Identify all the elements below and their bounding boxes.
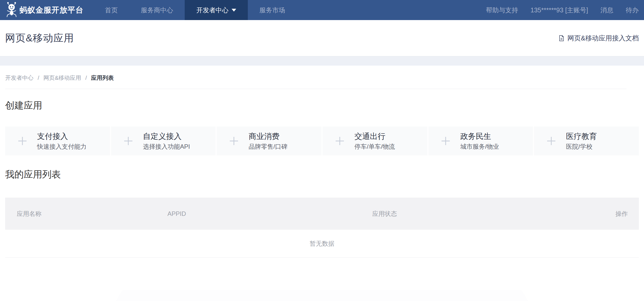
column-app-status: 应用状态 (372, 210, 615, 218)
create-card-subtitle: 快速接入支付能力 (37, 143, 87, 150)
brand[interactable]: 蚂蚁金服开放平台 (0, 0, 83, 20)
brand-title: 蚂蚁金服开放平台 (20, 5, 83, 15)
create-card-subtitle: 城市服务/物业 (460, 143, 499, 150)
create-card-civic[interactable]: 政务民生 城市服务/物业 (428, 127, 533, 155)
plus-icon (335, 137, 344, 145)
breadcrumb: 开发者中心 / 网页&移动应用 / 应用列表 (5, 66, 626, 89)
top-navbar: 蚂蚁金服开放平台 首页 服务商中心 开发者中心 服务市场 帮助与支持 135**… (0, 0, 644, 20)
breadcrumb-separator: / (38, 75, 39, 81)
page-title: 网页&移动应用 (5, 31, 74, 45)
nav-item-home[interactable]: 首页 (93, 0, 129, 20)
breadcrumb-current: 应用列表 (91, 75, 114, 81)
create-card-title: 自定义接入 (143, 132, 190, 141)
create-card-row: 支付接入 快速接入支付能力 自定义接入 选择接入功能API 商业消费 品牌零售/… (5, 127, 639, 155)
plus-icon (230, 137, 238, 145)
nav-item-isv-center[interactable]: 服务商中心 (129, 0, 185, 20)
caret-down-icon (232, 9, 236, 12)
table-empty-row: 暂无数据 (5, 230, 639, 258)
create-card-subtitle: 选择接入功能API (143, 143, 190, 150)
create-card-medical-edu[interactable]: 医疗教育 医院/学校 (534, 127, 639, 155)
create-card-payment[interactable]: 支付接入 快速接入支付能力 (5, 127, 110, 155)
create-card-title: 交通出行 (354, 132, 395, 141)
nav-messages-link[interactable]: 消息 (600, 6, 613, 14)
plus-icon (18, 137, 27, 145)
nav-account[interactable]: 135******93 [主账号] (530, 6, 588, 14)
column-actions: 操作 (615, 210, 628, 218)
create-app-section-title: 创建应用 (5, 99, 644, 112)
main-nav: 首页 服务商中心 开发者中心 服务市场 (93, 0, 297, 20)
plus-icon (441, 137, 450, 145)
create-card-custom[interactable]: 自定义接入 选择接入功能API (111, 127, 216, 155)
plus-icon (547, 137, 556, 145)
breadcrumb-separator: / (85, 75, 87, 81)
create-card-title: 医疗教育 (566, 132, 597, 141)
create-card-transport[interactable]: 交通出行 停车/单车/物流 (323, 127, 427, 155)
create-card-subtitle: 停车/单车/物流 (354, 143, 395, 150)
ant-logo-icon (6, 2, 17, 18)
create-card-subtitle: 医院/学校 (566, 143, 597, 150)
column-app-name: 应用名称 (17, 210, 167, 218)
create-card-title: 支付接入 (37, 132, 87, 141)
my-apps-section-title: 我的应用列表 (5, 168, 644, 181)
doc-link[interactable]: 网页&移动应用接入文档 (558, 34, 639, 43)
create-card-commerce[interactable]: 商业消费 品牌零售/口碑 (217, 127, 321, 155)
document-icon (558, 35, 565, 42)
app-table: 应用名称 APPID 应用状态 操作 暂无数据 (5, 198, 639, 258)
doc-link-label: 网页&移动应用接入文档 (567, 34, 639, 43)
nav-todo-link[interactable]: 待办 (626, 6, 639, 14)
nav-item-developer-center-label: 开发者中心 (196, 6, 228, 14)
column-appid: APPID (167, 210, 372, 217)
create-card-subtitle: 品牌零售/口碑 (249, 143, 287, 150)
main-content: 开发者中心 / 网页&移动应用 / 应用列表 创建应用 支付接入 快速接入支付能… (0, 66, 644, 258)
create-card-title: 政务民生 (460, 132, 499, 141)
plus-icon (124, 137, 133, 145)
nav-item-marketplace[interactable]: 服务市场 (248, 0, 297, 20)
navbar-right: 帮助与支持 135******93 [主账号] 消息 待办 (486, 0, 644, 20)
page-header: 网页&移动应用 网页&移动应用接入文档 (0, 20, 644, 56)
bottom-panel-edge (116, 290, 528, 301)
nav-help-link[interactable]: 帮助与支持 (486, 6, 518, 14)
breadcrumb-developer-center[interactable]: 开发者中心 (5, 75, 33, 81)
breadcrumb-web-mobile-app[interactable]: 网页&移动应用 (43, 75, 81, 81)
nav-item-developer-center[interactable]: 开发者中心 (185, 0, 248, 20)
empty-state-text: 暂无数据 (310, 240, 334, 248)
create-card-title: 商业消费 (249, 132, 287, 141)
app-table-header: 应用名称 APPID 应用状态 操作 (5, 198, 639, 230)
spacer-band (0, 56, 644, 66)
